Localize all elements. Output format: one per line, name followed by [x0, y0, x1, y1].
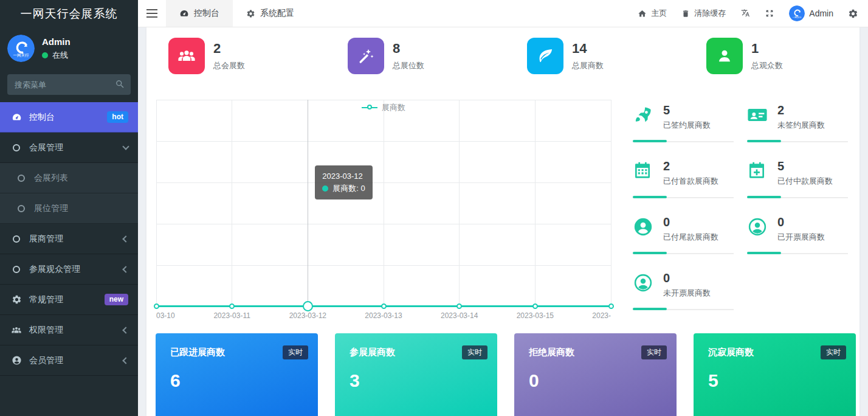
menu-search	[7, 74, 131, 95]
gauge-icon	[11, 112, 22, 123]
users-icon	[11, 325, 22, 336]
stat-unsigned-exhibitors: 2 未签约展商数	[747, 102, 861, 158]
circle-icon	[16, 203, 27, 214]
sidebar-menu: 控制台 hot 会展管理 会展列表 展位管理 展商管理 参展观众管理	[0, 102, 138, 376]
sidebar-item-exhibitor-mgmt[interactable]: 展商管理	[0, 224, 138, 254]
sidebar-item-visitor-mgmt[interactable]: 参展观众管理	[0, 254, 138, 285]
user-menu[interactable]: 一网天行 Admin	[789, 5, 833, 21]
sidebar-item-exhibition-mgmt[interactable]: 会展管理	[0, 133, 138, 163]
stat-value: 2	[663, 159, 718, 173]
card-value: 3	[350, 370, 483, 391]
chevron-left-icon	[122, 327, 129, 333]
address-card-icon	[747, 105, 769, 125]
app-title: 一网天行会展系统	[0, 0, 138, 27]
user-circle-icon	[11, 355, 22, 366]
realtime-badge: 实时	[641, 345, 667, 359]
sidebar-item-member-mgmt[interactable]: 会员管理	[0, 345, 138, 376]
search-input[interactable]	[7, 74, 131, 95]
stat-total-visitors: 1 总观众数	[706, 38, 868, 74]
fullscreen-button[interactable]	[765, 9, 774, 18]
stat-invoiced: 0 已开票展商数	[747, 214, 861, 270]
x-axis-label: 2023-03-13	[365, 311, 402, 320]
tooltip-date: 2023-03-12	[322, 170, 365, 182]
avatar: 一网天行	[7, 35, 35, 62]
chevron-left-icon	[122, 235, 129, 242]
hot-badge: hot	[107, 111, 128, 123]
gridline	[156, 265, 611, 266]
sidebar-item-label: 权限管理	[29, 325, 63, 336]
sidebar-item-permission-mgmt[interactable]: 权限管理	[0, 315, 138, 345]
tab-dashboard[interactable]: 控制台	[166, 0, 233, 27]
stat-mid-payment: 5 已付中款展商数	[747, 158, 861, 214]
home-icon	[638, 9, 647, 18]
stat-value: 2	[777, 103, 825, 117]
card-rejected-exhibitors[interactable]: 拒绝展商数 实时 0	[514, 333, 677, 416]
sidebar-item-label: 会员管理	[29, 355, 63, 366]
chart-point[interactable]	[154, 303, 159, 309]
cogs-icon	[11, 294, 22, 305]
tab-system-config[interactable]: 系统配置	[233, 0, 308, 27]
chart-point[interactable]	[381, 303, 387, 309]
search-icon[interactable]	[115, 79, 125, 89]
chevron-down-icon	[122, 143, 129, 150]
sidebar-item-label: 参展观众管理	[29, 264, 80, 275]
card-followed-exhibitors[interactable]: 已跟进展商数 实时 6	[156, 333, 318, 416]
chart-point[interactable]	[456, 303, 462, 309]
user-status-label: 在线	[52, 50, 68, 61]
stat-value: 0	[663, 271, 711, 285]
calendar-plus-icon	[747, 161, 769, 180]
chart-tooltip: 2023-03-12 展商数: 0	[315, 165, 372, 199]
gridline	[156, 100, 611, 100]
exhibitor-trend-chart: 展商数 2023-03-12 展商数: 0 2023-03-102023-03-…	[156, 100, 611, 331]
card-dormant-exhibitors[interactable]: 沉寂展商数 实时 5	[694, 333, 856, 416]
gridline	[535, 100, 536, 307]
topbar-user-name: Admin	[809, 9, 833, 18]
realtime-badge: 实时	[462, 345, 487, 359]
x-axis-label: 2023-03-11	[213, 311, 250, 320]
axis-pointer-line	[308, 100, 308, 307]
user-circle-outline-icon	[747, 217, 769, 237]
sidebar: 一网天行会展系统 一网天行 Admin 在线	[0, 0, 138, 416]
dashboard-panel: 2 总会展数 8 总展位数 14 总展商数	[146, 27, 859, 416]
stat-label: 未开票展商数	[663, 288, 711, 299]
gear-icon	[246, 9, 255, 18]
home-link[interactable]: 主页	[638, 8, 667, 19]
x-axis-label: 2023-03-15	[517, 311, 554, 320]
fullscreen-icon	[765, 9, 774, 18]
stat-label: 已付尾款展商数	[663, 232, 718, 243]
stat-value: 0	[777, 215, 825, 229]
chart-plot[interactable]: 展商数 2023-03-12 展商数: 0	[156, 100, 611, 307]
card-value: 6	[170, 370, 303, 391]
user-name: Admin	[42, 36, 71, 47]
sidebar-item-label: 展商管理	[29, 234, 63, 244]
sidebar-item-dashboard[interactable]: 控制台 hot	[0, 102, 138, 133]
sidebar-item-label: 会展列表	[34, 173, 68, 184]
stat-total-exhibitions: 2 总会展数	[168, 38, 348, 74]
chevron-left-icon	[122, 357, 129, 364]
stat-label: 未签约展商数	[777, 120, 825, 131]
chart-legend[interactable]: 展商数	[362, 102, 405, 113]
chart-point[interactable]	[229, 303, 235, 309]
chart-point[interactable]	[303, 301, 313, 311]
chart-point[interactable]	[532, 303, 538, 309]
calendar-icon	[633, 161, 655, 180]
stat-value: 5	[777, 159, 833, 173]
stat-value: 14	[572, 41, 604, 57]
sidebar-item-general-mgmt[interactable]: 常规管理 new	[0, 285, 138, 315]
chart-point[interactable]	[608, 303, 614, 309]
sidebar-toggle-button[interactable]	[138, 0, 166, 27]
sidebar-item-label: 控制台	[29, 112, 55, 123]
gridline	[232, 100, 232, 307]
stat-total-exhibitors: 14 总展商数	[527, 38, 706, 74]
x-axis-label: 2023-03-10	[156, 311, 175, 320]
settings-button[interactable]	[848, 9, 858, 19]
card-participating-exhibitors[interactable]: 参展展商数 实时 3	[335, 333, 497, 416]
online-dot-icon	[42, 52, 48, 58]
sidebar-item-label: 会展管理	[29, 142, 63, 153]
tooltip-value: 展商数: 0	[332, 182, 365, 195]
sidebar-item-label: 常规管理	[29, 294, 63, 305]
sidebar-item-booth-mgmt[interactable]: 展位管理	[0, 193, 138, 224]
clear-cache-button[interactable]: 清除缓存	[681, 8, 726, 19]
sidebar-item-exhibition-list[interactable]: 会展列表	[0, 163, 138, 193]
language-switch-button[interactable]	[740, 9, 750, 18]
